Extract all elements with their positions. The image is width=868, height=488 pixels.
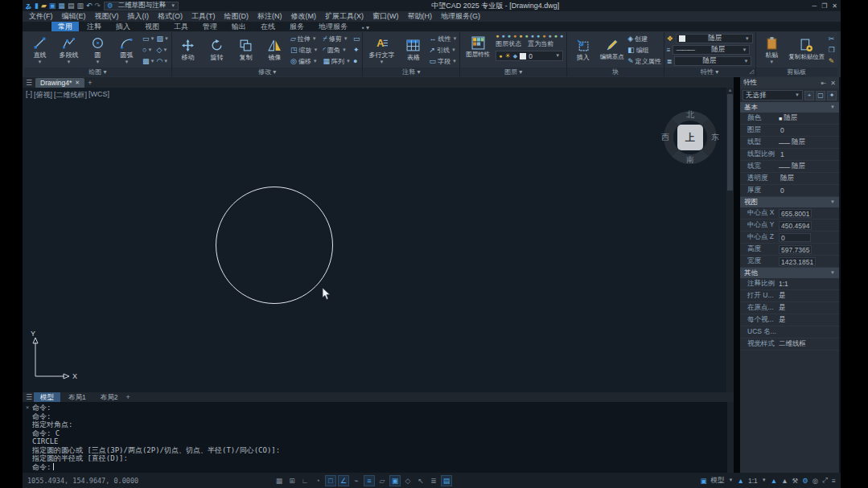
fillet-tool[interactable]: ◜圆角▼ <box>323 44 350 55</box>
leader-tool[interactable]: ↗引线▼ <box>429 44 457 55</box>
open-file-icon[interactable]: ▰ <box>41 2 47 10</box>
clipboard-panel-label[interactable]: 剪贴板 <box>756 68 837 76</box>
select-objects-icon[interactable]: ▢ <box>816 91 825 100</box>
ribbon-tab[interactable]: 工具 <box>167 22 195 31</box>
quick-select-icon[interactable]: ✦ <box>827 91 837 100</box>
layer-properties-button[interactable]: 图层特性 <box>463 36 492 59</box>
lineweight-icon[interactable]: ≡ <box>364 475 375 486</box>
layer-on-icon[interactable]: ● <box>519 33 522 39</box>
trim-tool[interactable]: ⌿修剪▼ <box>323 33 350 44</box>
auto-hide-pin-icon[interactable]: ⇤ <box>821 80 827 87</box>
paste-button[interactable]: 粘贴▼ <box>759 33 785 67</box>
menu-item[interactable]: 插入(I) <box>128 11 150 22</box>
group-tool[interactable]: ◧编组 <box>627 44 661 55</box>
redo-icon[interactable]: ↷ <box>94 2 101 10</box>
menu-item[interactable]: 地理服务(G) <box>441 11 480 22</box>
linear-dim-tool[interactable]: ↔线性▼ <box>429 33 457 44</box>
osnap-icon[interactable]: □ <box>325 475 336 486</box>
command-line-panel[interactable]: ✕ 命令:命令:指定对角点:命令: CCIRCLE指定圆的圆心或 [三点(3P)… <box>23 402 734 473</box>
settings-gear-icon[interactable]: ⚙ <box>802 477 808 485</box>
close-tab-icon[interactable]: ✕ <box>75 78 80 88</box>
menu-item[interactable]: 工具(T) <box>191 11 216 22</box>
coordinates-readout[interactable]: 1055.4934, 154.9647, 0.0000 <box>27 477 164 485</box>
define-attributes-tool[interactable]: ✎定义属性 <box>627 55 661 67</box>
menu-item[interactable]: 标注(N) <box>257 11 282 22</box>
ribbon-tab[interactable]: 视图 <box>138 22 166 31</box>
layer-freeze-icon[interactable]: ● <box>508 33 511 39</box>
dynamic-ucs-icon[interactable]: ↖ <box>415 475 426 486</box>
dialog-launcher-icon[interactable]: ◿ <box>749 67 753 76</box>
ribbon-tab[interactable]: 注释 <box>80 22 108 31</box>
annotation-monitor-icon[interactable]: ≣ <box>428 475 439 486</box>
copy-paste-location-button[interactable]: 复制粘贴位置 <box>788 33 826 67</box>
auto-scale-icon[interactable]: ▲ <box>781 477 788 485</box>
cycle-icon[interactable]: ▣ <box>389 475 401 486</box>
compass-south-label[interactable]: 南 <box>686 154 694 166</box>
customize-menu-icon[interactable]: ≡ <box>832 477 836 485</box>
mtext-button[interactable]: A 多行文字▼ <box>365 33 397 67</box>
document-tab[interactable]: Drawing4* ✕ <box>35 78 84 88</box>
layers-panel-label[interactable]: 图层 ▾ <box>460 68 566 76</box>
ribbon-tab[interactable]: 管理 <box>196 22 224 31</box>
close-button[interactable]: ✕ <box>832 2 837 10</box>
preview-icon[interactable]: ▥ <box>76 2 84 10</box>
move-button[interactable]: 移动 <box>175 33 201 67</box>
viewport-control[interactable]: [-] <box>26 90 32 100</box>
menu-item[interactable]: 窗口(W) <box>372 11 399 22</box>
menu-item[interactable]: 编辑(E) <box>62 11 86 22</box>
save-as-icon[interactable]: ▦ <box>58 2 65 10</box>
viewport-control[interactable]: [俯视] <box>34 90 52 100</box>
new-tab-button[interactable]: + <box>88 79 92 87</box>
menu-item[interactable]: 绘图(D) <box>224 11 249 22</box>
arc-button[interactable]: 圆弧▼ <box>113 33 140 67</box>
circle-button[interactable]: 圆▼ <box>84 33 111 67</box>
palette-close-icon[interactable]: ✕ <box>830 80 836 87</box>
ortho-icon[interactable]: ∟ <box>299 475 311 486</box>
ribbon-tab[interactable]: 插入 <box>109 22 137 31</box>
command-scrollbar[interactable] <box>727 402 734 473</box>
layer-merge-icon[interactable]: ● <box>554 33 557 39</box>
line-button[interactable]: 直线▼ <box>27 33 53 67</box>
menu-item[interactable]: 扩展工具(X) <box>325 11 364 22</box>
workspace-switch-icon[interactable]: ⚒ <box>792 477 799 485</box>
insert-block-button[interactable]: 插入 <box>570 33 596 67</box>
isolate-objects-icon[interactable]: ◎ <box>812 477 818 485</box>
menu-item[interactable]: 帮助(H) <box>408 11 433 22</box>
compass-top-face[interactable]: 上 <box>677 125 703 150</box>
ribbon-tab[interactable]: 常用 <box>51 22 79 31</box>
array-tool[interactable]: ▦阵列▼ <box>323 55 350 67</box>
quick-properties-icon[interactable]: ▤ <box>441 475 452 486</box>
scale-tool[interactable]: ◳缩放▼ <box>290 44 318 55</box>
grid-icon[interactable]: ▦ <box>274 475 285 486</box>
layer-set-current-button[interactable]: 置为当前 <box>528 39 553 48</box>
table-button[interactable]: 表格 <box>400 33 426 67</box>
workspace-dropdown[interactable]: ⚙ 二维草图与注释 ▼ <box>104 2 179 10</box>
dyn-icon[interactable]: ⌁ <box>351 475 362 486</box>
compass-north-label[interactable]: 北 <box>686 109 694 121</box>
compass-west-label[interactable]: 西 <box>661 132 669 143</box>
layer-walk-icon[interactable]: ● <box>560 33 563 39</box>
color-dropdown[interactable]: 随层 ▼ <box>676 34 753 43</box>
scrollbar-thumb[interactable] <box>727 94 733 191</box>
properties-panel-label[interactable]: 特性 ▾◿ <box>664 68 755 76</box>
new-file-icon[interactable]: ▮ <box>35 2 39 10</box>
layout-tab[interactable]: 布局1 <box>62 392 93 402</box>
field-tool[interactable]: ▭字段▼ <box>429 55 457 67</box>
add-layout-button[interactable]: + <box>126 393 130 401</box>
layer-unisolate-icon[interactable]: ● <box>531 33 534 39</box>
minimize-button[interactable]: ─ <box>812 2 817 10</box>
model-space-icon[interactable]: ▣ <box>701 477 707 485</box>
selection-dropdown[interactable]: 无选择 ▼ <box>743 90 803 100</box>
layer-thaw-icon[interactable]: ● <box>537 33 540 39</box>
ribbon-display-toggle-icon[interactable]: ▪ ▾ <box>362 24 369 31</box>
command-prompt[interactable]: 命令: <box>32 463 51 472</box>
lineweight-dropdown[interactable]: 随层 ▼ <box>674 56 751 66</box>
view-compass[interactable]: 上 北 南 西 东 <box>664 111 717 164</box>
annotation-visibility-icon[interactable]: ▲ <box>771 477 777 485</box>
save-icon[interactable]: ▣ <box>49 2 56 10</box>
menu-item[interactable]: 修改(M) <box>291 11 317 22</box>
3dosnap-icon[interactable]: ◇ <box>402 475 413 486</box>
layer-prev-icon[interactable]: ● <box>548 33 551 39</box>
edit-base-button[interactable]: 编辑基点 <box>599 33 625 67</box>
canvas-vertical-scrollbar[interactable]: ▲ <box>726 88 734 392</box>
